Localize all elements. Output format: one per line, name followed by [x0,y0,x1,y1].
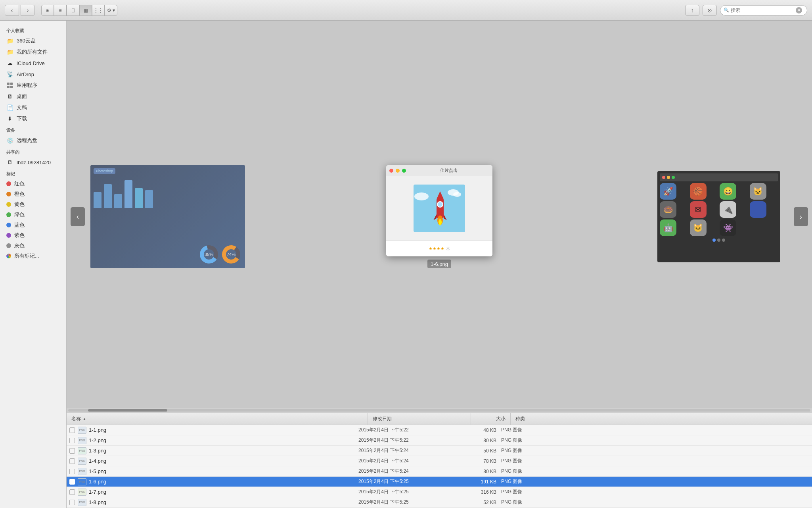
file-type: PNG 图像 [501,447,549,454]
sidebar-label-360cloud: 360云盘 [17,37,36,44]
file-list-header: 名称 ▲ 修改日期 大小 种类 [67,413,812,425]
carousel-next-button[interactable]: › [794,207,808,226]
sidebar-tag-red[interactable]: 红色 [0,179,66,189]
sidebar-item-icloud[interactable]: ☁ iCloud Drive [0,58,66,69]
col-header-name[interactable]: 名称 ▲ [67,413,368,425]
file-type: PNG 图像 [501,478,549,485]
file-checkbox[interactable] [67,427,78,433]
airdrop-icon: 📡 [6,71,13,78]
file-type: PNG 图像 [501,489,549,495]
desktop-icon: 🖥 [6,93,13,100]
carousel-prev-button[interactable]: ‹ [71,207,85,226]
view-list-btn[interactable]: ≡ [54,5,67,16]
table-row[interactable]: PNG 1-7.png 2015年2月4日 下午5:25 316 KB PNG … [67,487,812,497]
sidebar-tag-all[interactable]: 所有标记... [0,251,66,261]
search-box: 🔍 ✕ [720,5,807,15]
table-row[interactable]: PNG 1-2.png 2015年2月4日 下午5:22 80 KB PNG 图… [67,435,812,446]
file-name: 1-5.png [89,468,358,474]
preview-card-titlebar: 佳片点击 [386,165,492,176]
sidebar-tag-gray[interactable]: 灰色 [0,241,66,251]
sidebar-label-desktop: 桌面 [17,93,27,100]
sidebar-item-360cloud[interactable]: 📁 360云盘 [0,35,66,46]
file-name: 1-1.png [89,427,358,433]
view-cover-btn[interactable]: ▦ [79,5,92,16]
green-dot [6,212,11,217]
view-settings-btn[interactable]: ⚙ ▾ [105,5,117,16]
file-type: PNG 图像 [501,458,549,464]
view-mode-buttons: ⊞ ≡ ⎕ ▦ ⋮⋮ ⚙ ▾ [41,5,117,16]
file-checkbox[interactable] [67,438,78,443]
disk-icon: 💿 [6,137,13,144]
share-button[interactable]: ↑ [685,5,699,16]
file-checkbox[interactable] [67,458,78,464]
sidebar-item-allfiles[interactable]: 📁 我的所有文件 [0,46,66,58]
view-group-btn[interactable]: ⋮⋮ [92,5,105,16]
sidebar-tag-purple[interactable]: 紫色 [0,230,66,241]
svg-point-11 [414,192,429,200]
file-size: 191 KB [462,479,501,485]
table-row[interactable]: PNG 1-3.png 2015年2月4日 下午5:24 50 KB PNG 图… [67,446,812,456]
file-name: 1-2.png [89,437,358,443]
all-tags-dot [6,254,11,258]
nav-buttons: ‹ › [5,5,35,16]
sidebar-tag-yellow[interactable]: 黄色 [0,199,66,210]
yellow-dot [6,202,11,207]
file-thumbnail: PNG [78,499,86,506]
sidebar-item-airdrop[interactable]: 📡 AirDrop [0,69,66,80]
sidebar-item-lbdz[interactable]: 🖥 lbdz-09281420 [0,157,66,168]
preview-card-title-text: 佳片点击 [408,167,489,173]
forward-button[interactable]: › [21,5,35,16]
folder-icon: 📁 [6,37,13,44]
file-thumbnail: PNG [78,478,86,485]
tag-label-green: 绿色 [14,211,25,218]
sidebar-tag-orange[interactable]: 橙色 [0,189,66,199]
sidebar-item-documents[interactable]: 📄 文稿 [0,102,66,113]
view-icon-btn[interactable]: ⊞ [41,5,54,16]
preview-right-thumbnail: 🚀 🏀 😀 🐱 🍩 ✉ 🔌 🤖 🐱 👾 [657,171,780,262]
sidebar-label-icloud: iCloud Drive [17,60,45,66]
search-clear-button[interactable]: ✕ [796,7,802,13]
search-input[interactable] [731,8,794,13]
sidebar-item-downloads[interactable]: ⬇ 下载 [0,113,66,124]
table-row[interactable]: PNG 1-5.png 2015年2月4日 下午5:24 80 KB PNG 图… [67,466,812,477]
col-header-date[interactable]: 修改日期 [368,413,471,425]
table-row[interactable]: PNG 1-1.png 2015年2月4日 下午5:22 48 KB PNG 图… [67,425,812,435]
minimize-traffic-light [396,169,400,173]
toolbar: ‹ › ⊞ ≡ ⎕ ▦ ⋮⋮ ⚙ ▾ ↑ ⊙ 🔍 ✕ [0,0,812,21]
file-date: 2015年2月4日 下午5:25 [358,499,462,506]
sidebar-label-downloads: 下载 [17,115,27,122]
file-checkbox[interactable] [67,500,78,505]
col-header-size[interactable]: 大小 [471,413,511,425]
preview-left-thumbnail: Photoshop [90,165,245,268]
file-checkbox[interactable] [67,479,78,485]
table-row[interactable]: PNG 1-4.png 2015年2月4日 下午5:24 78 KB PNG 图… [67,456,812,466]
file-size: 80 KB [462,469,501,474]
file-size: 316 KB [462,489,501,495]
file-size: 50 KB [462,448,501,454]
view-column-btn[interactable]: ⎕ [67,5,79,16]
file-thumbnail: PNG [78,458,86,465]
preview-main-card: 佳片点击 [386,165,492,256]
tag-label-yellow: 黄色 [14,201,25,208]
sidebar-item-desktop[interactable]: 🖥 桌面 [0,91,66,102]
sidebar-tag-blue[interactable]: 蓝色 [0,220,66,230]
back-button[interactable]: ‹ [5,5,19,16]
maximize-traffic-light [402,169,406,173]
sidebar-item-applications[interactable]: 应用程序 [0,80,66,91]
svg-point-13 [453,192,461,197]
file-checkbox[interactable] [67,489,78,495]
col-header-type[interactable]: 种类 [511,413,558,425]
shared-section-title: 共享的 [0,146,66,157]
table-row[interactable]: PNG 1-8.png 2015年2月4日 下午5:25 52 KB PNG 图… [67,497,812,508]
preview-scrollbar[interactable] [67,408,812,413]
sidebar-label-applications: 应用程序 [17,82,37,89]
file-checkbox[interactable] [67,469,78,474]
file-list-area: 名称 ▲ 修改日期 大小 种类 PNG 1-1.png 2015年2 [67,413,812,508]
tag-button[interactable]: ⊙ [703,5,717,16]
sidebar-tag-green[interactable]: 绿色 [0,210,66,220]
tag-label-blue: 蓝色 [14,221,25,229]
file-thumbnail: PNG [78,427,86,434]
file-checkbox[interactable] [67,448,78,454]
sidebar-item-remote-disk[interactable]: 💿 远程光盘 [0,135,66,146]
table-row[interactable]: PNG 1-6.png 2015年2月4日 下午5:25 191 KB PNG … [67,477,812,487]
